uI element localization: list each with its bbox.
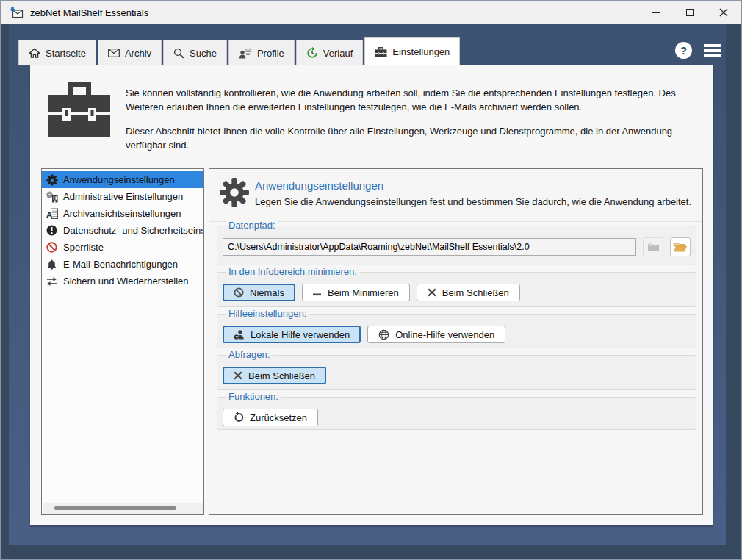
nav-item-label: Datenschutz- und Sicherheitseinstellu — [63, 225, 204, 236]
profile-icon — [239, 48, 252, 59]
sidebar-hscrollbar-thumb[interactable] — [54, 506, 176, 510]
group-label: Abfragen: — [226, 349, 273, 360]
group-label: Hilfeeinstellungen: — [226, 308, 309, 319]
tab-profile[interactable]: Profile — [228, 40, 295, 65]
tray-never-button[interactable]: Niemals — [223, 284, 295, 301]
tab-label: Archiv — [125, 48, 151, 59]
admin-gear-icon — [46, 190, 58, 203]
online-help-icon — [378, 329, 389, 340]
help-icon: ? — [680, 44, 687, 57]
reset-button[interactable]: Zurücksetzen — [223, 409, 318, 426]
intro-paragraph-2: Dieser Abschnitt bietet Ihnen die volle … — [126, 124, 702, 152]
settings-nav-list: Anwendungseinstellungen — [42, 169, 203, 290]
tab-einstellungen[interactable]: Einstellungen — [364, 37, 460, 65]
header-separator — [209, 221, 702, 222]
nav-item-label: Administrative Einstellungen — [63, 191, 183, 202]
nav-item-sperrliste[interactable]: Sperrliste — [42, 239, 203, 256]
minimize-icon — [652, 12, 660, 13]
settings-nav: Anwendungseinstellungen — [41, 168, 204, 515]
data-path-input[interactable] — [223, 238, 636, 256]
group-prompts: Abfragen: Beim Schließen — [217, 355, 696, 390]
titlebar: zebNet MailShelf Essentials — [1, 1, 741, 24]
svg-text:A: A — [46, 209, 52, 218]
tab-label: Einstellungen — [392, 46, 450, 57]
help-button[interactable]: ? — [675, 42, 692, 59]
nav-item-label: Anwendungseinstellungen — [63, 174, 175, 185]
online-help-button[interactable]: Online-Hilfe verwenden — [367, 326, 505, 343]
app-window: zebNet MailShelf Essentials Startseite — [0, 0, 742, 560]
block-icon — [46, 241, 58, 254]
nav-item-email-benachrichtigungen[interactable]: E-Mail-Benachrichtigungen — [42, 256, 203, 273]
prompt-on-close-button[interactable]: Beim Schließen — [223, 367, 326, 384]
content-panel: Sie können vollständig kontrollieren, wi… — [30, 65, 713, 525]
tab-label: Startseite — [46, 48, 86, 59]
settings-panel: Anwendungseinstellungen Legen Sie die An… — [209, 168, 703, 515]
window-title: zebNet MailShelf Essentials — [30, 7, 148, 18]
maximize-icon — [686, 9, 694, 16]
home-icon — [29, 48, 40, 58]
group-label: Datenpfad: — [226, 220, 278, 231]
menu-button[interactable] — [704, 44, 721, 57]
exclamation-circle-icon — [46, 224, 58, 237]
panel-subtitle: Legen Sie die Anwendungseinstellungen fe… — [255, 196, 691, 207]
tab-suche[interactable]: Suche — [163, 40, 227, 65]
envelope-icon — [108, 49, 120, 57]
app-logo-icon — [10, 7, 24, 18]
never-icon — [234, 287, 244, 298]
window-controls — [639, 1, 741, 24]
archive-view-icon: A — [46, 207, 58, 220]
group-help: Hilfeeinstellungen: ? Lokale Hilfe verwe… — [217, 314, 696, 348]
local-help-button[interactable]: ? Lokale Hilfe verwenden — [223, 326, 361, 343]
nav-item-label: Sichern und Wiederherstellen — [63, 276, 189, 287]
group-label: In den Infobereich minimieren: — [226, 266, 360, 277]
search-icon — [173, 48, 184, 59]
tab-label: Suche — [190, 48, 217, 59]
browse-folder-button[interactable] — [670, 237, 691, 256]
tray-on-close-button[interactable]: Beim Schließen — [417, 284, 520, 301]
group-label: Funktionen: — [226, 391, 281, 402]
nav-item-anwendungseinstellungen[interactable]: Anwendungseinstellungen — [42, 171, 203, 188]
svg-text:?: ? — [236, 334, 239, 339]
gear-icon — [46, 173, 58, 186]
tab-label: Profile — [257, 48, 284, 59]
nav-item-sichern-wiederherstellen[interactable]: Sichern und Wiederherstellen — [42, 273, 203, 290]
bell-icon — [46, 258, 58, 270]
minimize-glyph-icon — [313, 289, 322, 296]
nav-item-archivansichtseinstellungen[interactable]: A Archivansichtseinstellungen — [42, 205, 203, 222]
group-tray: In den Infobereich minimieren: Niemals — [217, 272, 696, 307]
close-x-icon — [428, 288, 436, 297]
toolbox-icon — [375, 47, 387, 57]
toolbox-large-icon — [48, 82, 110, 137]
tab-verlauf[interactable]: Verlauf — [296, 40, 363, 65]
local-help-icon: ? — [234, 329, 245, 340]
close-x-icon — [234, 371, 242, 380]
panel-title: Anwendungseinstellungen — [255, 179, 383, 192]
nav-item-label: Sperrliste — [63, 242, 104, 253]
tray-on-minimize-button[interactable]: Beim Minimieren — [302, 284, 410, 301]
tab-label: Verlauf — [323, 48, 353, 59]
nav-item-label: E-Mail-Benachrichtigungen — [63, 259, 178, 270]
group-datenpfad: Datenpfad: — [217, 226, 696, 265]
nav-item-datenschutz-sicherheit[interactable]: Datenschutz- und Sicherheitseinstellu — [42, 222, 203, 239]
sync-arrows-icon — [46, 275, 58, 287]
gear-large-icon — [219, 177, 250, 208]
hamburger-icon — [704, 44, 721, 47]
folder-open-icon — [674, 242, 687, 252]
nav-item-label: Archivansichtseinstellungen — [63, 208, 181, 219]
tab-startseite[interactable]: Startseite — [18, 40, 96, 65]
close-icon — [719, 8, 728, 17]
new-folder-button[interactable] — [643, 237, 663, 256]
group-functions: Funktionen: Zurücksetzen — [217, 397, 696, 430]
reset-icon — [234, 412, 244, 423]
minimize-button[interactable] — [639, 1, 673, 24]
intro-text: Sie können vollständig kontrollieren, wi… — [126, 86, 702, 152]
intro-paragraph-1: Sie können vollständig kontrollieren, wi… — [126, 86, 702, 114]
history-icon — [306, 47, 318, 59]
topbar-actions: ? — [675, 42, 721, 59]
close-button[interactable] — [707, 1, 741, 24]
tab-archiv[interactable]: Archiv — [98, 40, 162, 65]
folder-new-icon — [647, 242, 660, 252]
sidebar-hscrollbar[interactable] — [43, 503, 203, 514]
maximize-button[interactable] — [673, 1, 707, 24]
nav-item-administrative-einstellungen[interactable]: Administrative Einstellungen — [42, 188, 203, 205]
